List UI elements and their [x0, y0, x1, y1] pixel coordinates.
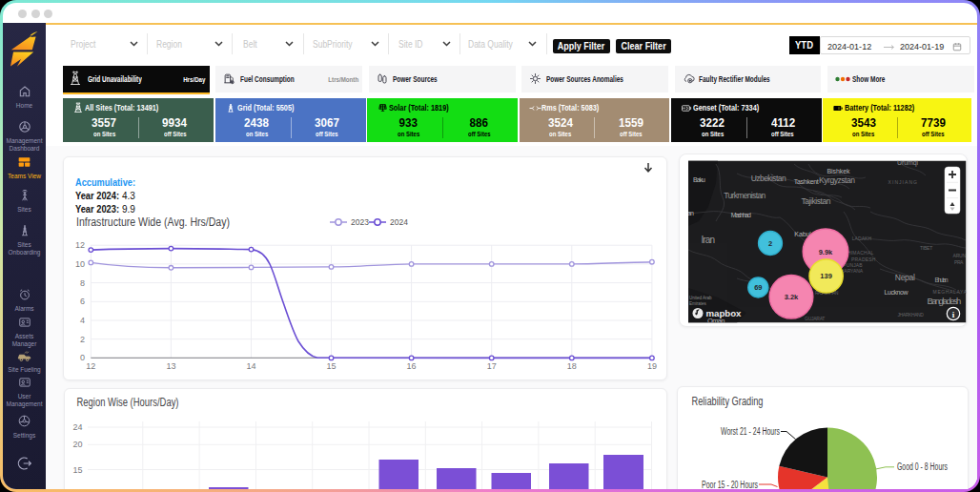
svg-text:3.2k: 3.2k: [785, 293, 799, 301]
svg-text:Urumqi: Urumqi: [897, 159, 918, 167]
svg-text:4: 4: [80, 316, 85, 325]
svg-text:Worst 21 - 24 Hours: Worst 21 - 24 Hours: [721, 426, 780, 437]
svg-text:TIBET: TIBET: [920, 245, 933, 251]
svg-text:Uzbekistan: Uzbekistan: [751, 174, 786, 183]
svg-text:MEGHALAYA: MEGHALAYA: [933, 289, 967, 295]
svg-text:139: 139: [820, 272, 832, 280]
svg-text:GUJARAT: GUJARAT: [805, 316, 826, 321]
svg-text:Mashhad: Mashhad: [731, 212, 751, 218]
svg-text:16: 16: [407, 361, 417, 371]
svg-text:Accumulative:: Accumulative:: [75, 177, 135, 188]
svg-text:13: 13: [166, 361, 175, 371]
svg-text:Nepal: Nepal: [895, 273, 915, 282]
svg-text:2: 2: [80, 335, 85, 344]
svg-text:Kyrgyzstan: Kyrgyzstan: [819, 175, 855, 185]
svg-text:mapbox: mapbox: [706, 309, 742, 318]
svg-text:Poor 15 - 20 Hours: Poor 15 - 20 Hours: [702, 479, 758, 489]
svg-text:XINJIANG: XINJIANG: [888, 179, 918, 185]
svg-text:Infrastructure Wide (Avg. Hrs/: Infrastructure Wide (Avg. Hrs/Day): [76, 215, 230, 229]
svg-text:4.3: 4.3: [122, 191, 135, 201]
svg-text:Region Wise (Hours/Day): Region Wise (Hours/Day): [77, 396, 179, 409]
svg-text:PRA: PRA: [954, 259, 964, 265]
svg-text:24: 24: [72, 422, 82, 432]
svg-text:United Arab: United Arab: [689, 296, 712, 300]
svg-text:18: 18: [567, 361, 577, 371]
svg-text:Baku: Baku: [693, 176, 705, 183]
svg-text:Bangladesh: Bangladesh: [927, 296, 961, 306]
svg-text:0: 0: [80, 353, 85, 362]
svg-text:17: 17: [487, 361, 497, 371]
svg-text:6: 6: [80, 297, 85, 306]
svg-text:Tajikistan: Tajikistan: [801, 196, 830, 206]
svg-text:2023: 2023: [351, 217, 369, 227]
svg-text:HIMACHAL: HIMACHAL: [847, 250, 874, 256]
svg-text:LADAKH: LADAKH: [852, 236, 872, 241]
svg-text:20: 20: [72, 440, 82, 449]
svg-text:Good 0 - 8 Hours: Good 0 - 8 Hours: [897, 461, 948, 472]
svg-text:Tehran: Tehran: [680, 210, 694, 216]
svg-text:Bhutan: Bhutan: [935, 277, 949, 283]
svg-text:15: 15: [72, 465, 82, 475]
svg-text:9.9k: 9.9k: [819, 248, 833, 256]
svg-text:HARYANA: HARYANA: [841, 268, 864, 274]
svg-text:Lucknow: Lucknow: [885, 289, 909, 296]
svg-text:Bishkek: Bishkek: [827, 168, 851, 174]
svg-text:Reliability Grading: Reliability Grading: [692, 395, 764, 408]
svg-text:2024: 2024: [390, 217, 408, 227]
svg-text:Tashkent: Tashkent: [794, 178, 819, 185]
svg-text:2: 2: [768, 239, 772, 248]
svg-text:9.9: 9.9: [122, 204, 135, 215]
svg-text:Year 2024:: Year 2024:: [75, 191, 119, 201]
svg-text:ARUN: ARUN: [953, 253, 967, 258]
svg-text:14: 14: [246, 361, 255, 371]
svg-text:69: 69: [754, 283, 762, 292]
svg-text:Emirates: Emirates: [689, 301, 707, 306]
svg-text:12: 12: [86, 361, 95, 371]
svg-text:Turkmenistan: Turkmenistan: [724, 191, 766, 200]
svg-text:8: 8: [80, 278, 85, 288]
svg-text:10: 10: [75, 259, 85, 269]
svg-text:JHARKHAND: JHARKHAND: [898, 312, 925, 318]
svg-text:Year 2023:: Year 2023:: [75, 204, 119, 215]
svg-text:15: 15: [326, 361, 336, 371]
svg-text:19: 19: [647, 361, 657, 371]
svg-text:Iran: Iran: [702, 235, 716, 245]
svg-text:12: 12: [75, 240, 85, 250]
